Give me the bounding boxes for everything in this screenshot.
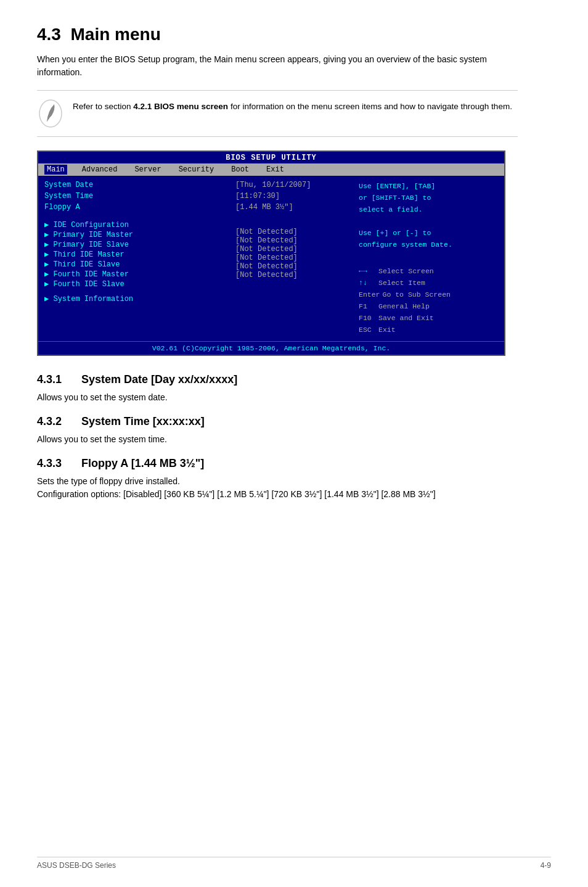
note-text: Refer to section 4.2.1 BIOS menu screen … (73, 98, 512, 113)
bios-menu-exit[interactable]: Exit (264, 165, 287, 175)
bios-menu-server[interactable]: Server (132, 165, 163, 175)
bios-val-sysdate: [Thu, 10/11/2007] (235, 181, 353, 189)
bios-middle-panel: [Thu, 10/11/2007] [11:07:30] [1.44 MB 3½… (235, 181, 359, 336)
bios-left-panel: System Date System Time Floppy A IDE Con… (44, 181, 235, 336)
footer-right: 4-9 (541, 861, 551, 870)
note-icon (37, 98, 64, 129)
bios-nav-item-select: ↑↓ Select Item (359, 278, 498, 289)
page-footer: ASUS DSEB-DG Series 4-9 (37, 857, 551, 870)
bios-nav-enter: Enter Go to Sub Screen (359, 289, 498, 301)
bios-det-third-slave: [Not Detected] (235, 254, 353, 262)
subsection-431: 4.3.1 System Date [Day xx/xx/xxxx] Allow… (37, 373, 551, 404)
bios-det-third-master: [Not Detected] (235, 245, 353, 254)
bios-submenu-primary-slave: Primary IDE Slave (44, 240, 229, 249)
bios-submenu-fourth-slave: Fourth IDE Slave (44, 279, 229, 289)
bios-right-panel: Use [ENTER], [TAB] or [SHIFT-TAB] to sel… (359, 181, 498, 336)
bios-submenu-third-slave: Third IDE Slave (44, 260, 229, 269)
bios-field-sysdate: System Date (44, 181, 229, 189)
bios-nav-screen: ←→ Select Screen (359, 266, 498, 278)
subsection-433: 4.3.3 Floppy A [1.44 MB 3½"] Sets the ty… (37, 457, 551, 501)
bios-submenu-sysinfo: System Information (44, 294, 229, 303)
bios-menu-advanced[interactable]: Advanced (80, 165, 120, 175)
bios-det-fourth-slave: [Not Detected] (235, 271, 353, 279)
subsection-432-desc: Allows you to set the system time. (37, 433, 551, 446)
bios-submenu-primary-master: Primary IDE Master (44, 230, 229, 239)
subsection-431-desc: Allows you to set the system date. (37, 391, 551, 404)
section-title: 4.3 Main menu (37, 25, 551, 44)
bios-menu-security[interactable]: Security (176, 165, 217, 175)
bios-footer: V02.61 (C)Copyright 1985-2006, American … (38, 341, 504, 355)
subsection-431-title: 4.3.1 System Date [Day xx/xx/xxxx] (37, 373, 551, 386)
subsection-432: 4.3.2 System Time [xx:xx:xx] Allows you … (37, 415, 551, 446)
subsection-432-title: 4.3.2 System Time [xx:xx:xx] (37, 415, 551, 428)
bios-body: System Date System Time Floppy A IDE Con… (38, 176, 504, 341)
subsection-433-title: 4.3.3 Floppy A [1.44 MB 3½"] (37, 457, 551, 470)
bios-nav-esc: ESC Exit (359, 324, 498, 336)
note-box: Refer to section 4.2.1 BIOS menu screen … (37, 90, 518, 137)
bios-menu-bar: Main Advanced Server Security Boot Exit (38, 163, 504, 176)
bios-menu-boot[interactable]: Boot (229, 165, 251, 175)
bios-nav-f1: F1 General Help (359, 301, 498, 313)
bios-nav-f10: F10 Save and Exit (359, 313, 498, 324)
bios-det-primary-master: [Not Detected] (235, 228, 353, 236)
bios-nav-help: ←→ Select Screen ↑↓ Select Item Enter Go… (359, 266, 498, 336)
bios-field-systime: System Time (44, 192, 229, 200)
bios-submenu-ide-config: IDE Configuration (44, 220, 229, 229)
bios-det-primary-slave: [Not Detected] (235, 236, 353, 245)
bios-submenu-fourth-master: Fourth IDE Master (44, 270, 229, 279)
section-intro: When you enter the BIOS Setup program, t… (37, 53, 518, 79)
section-header: 4.3 Main menu When you enter the BIOS Se… (37, 25, 551, 79)
bios-val-floppy: [1.44 MB 3½"] (235, 203, 353, 212)
bios-menu-main[interactable]: Main (44, 165, 67, 175)
subsection-433-desc: Sets the type of floppy drive installed. (37, 475, 551, 488)
bios-help-text: Use [ENTER], [TAB] or [SHIFT-TAB] to sel… (359, 181, 498, 251)
bios-title: BIOS SETUP UTILITY (38, 152, 504, 163)
bios-val-systime: [11:07:30] (235, 192, 353, 200)
footer-left: ASUS DSEB-DG Series (37, 861, 116, 870)
pen-icon (37, 98, 64, 129)
bios-submenu-third-master: Third IDE Master (44, 250, 229, 259)
subsection-433-desc2: Configuration options: [Disabled] [360 K… (37, 488, 551, 501)
bios-screen: BIOS SETUP UTILITY Main Advanced Server … (37, 151, 505, 356)
bios-field-floppy: Floppy A (44, 203, 229, 212)
bios-det-fourth-master: [Not Detected] (235, 262, 353, 271)
